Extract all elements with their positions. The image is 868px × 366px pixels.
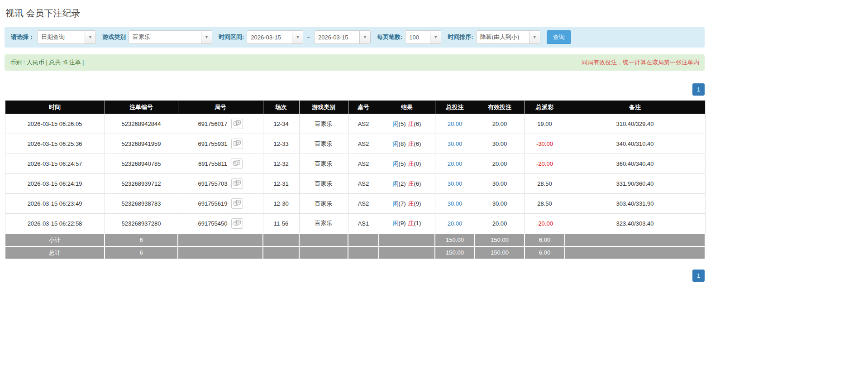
dice-icon bbox=[234, 220, 241, 227]
cell-bet-id: 523268937280 bbox=[105, 214, 178, 234]
cell-game-type: 百家乐 bbox=[299, 194, 348, 214]
total-label: 总计 bbox=[5, 246, 105, 259]
round-replay-button[interactable] bbox=[231, 178, 243, 189]
query-type-select[interactable]: 日期查询 ▼ bbox=[37, 30, 96, 44]
result-player-score: (9) bbox=[399, 220, 406, 226]
subtotal-row: 小计 6 150.00 150.00 6.00 bbox=[5, 234, 705, 246]
page-container: 视讯 会员下注纪录 请选择： 日期查询 ▼ 游戏类别 百家乐 ▼ 时间区间: 2… bbox=[5, 0, 705, 282]
total-bet-link[interactable]: 30.00 bbox=[448, 180, 463, 187]
cell-result: 闲(5)庄(0) bbox=[379, 154, 435, 174]
cell-round-id: 691755450 bbox=[178, 214, 263, 234]
result-banker-label: 庄 bbox=[408, 200, 414, 207]
pagination-bottom: 1 bbox=[5, 270, 705, 282]
total-bet-link[interactable]: 20.00 bbox=[448, 160, 463, 167]
footer-empty-cell bbox=[348, 246, 379, 259]
result-player-label: 闲 bbox=[393, 200, 399, 207]
cell-session: 12-34 bbox=[263, 114, 299, 134]
cell-table-no: AS2 bbox=[348, 174, 379, 194]
result-player-label: 闲 bbox=[393, 120, 399, 127]
cell-valid-bet: 30.00 bbox=[475, 174, 525, 194]
total-payout: 6.00 bbox=[525, 246, 565, 259]
round-replay-button[interactable] bbox=[231, 119, 243, 129]
header-total-bet: 总投注 bbox=[435, 101, 475, 114]
game-type-label: 游戏类别 bbox=[102, 33, 126, 41]
cell-valid-bet: 20.00 bbox=[475, 214, 525, 234]
result-player-label: 闲 bbox=[393, 220, 399, 226]
result-banker-label: 庄 bbox=[408, 120, 414, 127]
header-note: 备注 bbox=[565, 101, 705, 114]
page-1-button[interactable]: 1 bbox=[692, 270, 705, 282]
header-table-no: 桌号 bbox=[348, 101, 379, 114]
footer-empty-cell bbox=[299, 246, 348, 259]
date-range-label: 时间区间: bbox=[219, 33, 244, 41]
page-size-select[interactable]: 100 ▼ bbox=[405, 30, 441, 44]
currency-total-text: 币别 : 人民币 | 总共 :6 注单 | bbox=[10, 58, 84, 67]
cell-table-no: AS2 bbox=[348, 154, 379, 174]
note-text: 同局有效投注，统一计算在该局第一张注单内 bbox=[582, 58, 699, 67]
total-bet-link[interactable]: 20.00 bbox=[448, 220, 463, 227]
total-bet-link[interactable]: 30.00 bbox=[448, 200, 463, 207]
date-separator: ~ bbox=[307, 34, 310, 41]
cell-round-id: 691755619 bbox=[178, 194, 263, 214]
footer-empty-cell bbox=[178, 234, 263, 246]
header-valid-bet: 有效投注 bbox=[475, 101, 525, 114]
cell-payout: -30.00 bbox=[525, 134, 565, 154]
total-bet-link[interactable]: 20.00 bbox=[448, 120, 463, 127]
result-player-score: (5) bbox=[399, 120, 406, 127]
search-button[interactable]: 查询 bbox=[547, 30, 571, 44]
cell-payout: 19.00 bbox=[525, 114, 565, 134]
round-replay-button[interactable] bbox=[231, 139, 243, 149]
round-replay-button[interactable] bbox=[231, 198, 243, 209]
table-row: 2026-03-15 06:22:58 523268937280 6917554… bbox=[5, 214, 705, 234]
cell-session: 12-33 bbox=[263, 134, 299, 154]
cell-total-bet: 30.00 bbox=[435, 194, 475, 214]
table-row: 2026-03-15 06:24:19 523268939712 6917557… bbox=[5, 174, 705, 194]
page-1-button[interactable]: 1 bbox=[692, 83, 705, 96]
round-id-value: 691755450 bbox=[198, 220, 227, 227]
subtotal-total-bet: 150.00 bbox=[435, 234, 475, 246]
cell-session: 12-30 bbox=[263, 194, 299, 214]
sort-select[interactable]: 降冪(由大到小) ▼ bbox=[476, 30, 540, 44]
page-size-label: 每页笔数: bbox=[377, 33, 402, 41]
cell-game-type: 百家乐 bbox=[299, 154, 348, 174]
filter-bar: 请选择： 日期查询 ▼ 游戏类别 百家乐 ▼ 时间区间: 2026-03-15 … bbox=[5, 27, 705, 48]
dice-icon bbox=[234, 200, 241, 207]
total-bet-link[interactable]: 30.00 bbox=[448, 140, 463, 147]
result-player-score: (8) bbox=[399, 140, 406, 147]
cell-result: 闲(7)庄(9) bbox=[379, 194, 435, 214]
sort-label: 时间排序: bbox=[448, 33, 473, 41]
game-type-select[interactable]: 百家乐 ▼ bbox=[129, 30, 212, 44]
cell-table-no: AS2 bbox=[348, 134, 379, 154]
result-banker-score: (9) bbox=[414, 200, 421, 207]
subtotal-label: 小计 bbox=[5, 234, 105, 246]
cell-total-bet: 20.00 bbox=[435, 114, 475, 134]
subtotal-count: 6 bbox=[105, 234, 178, 246]
round-id-value: 691755619 bbox=[198, 200, 227, 207]
dice-icon bbox=[234, 140, 241, 148]
footer-empty-cell bbox=[565, 234, 705, 246]
date-to-value: 2026-03-15 bbox=[315, 34, 352, 41]
cell-table-no: AS1 bbox=[348, 214, 379, 234]
round-replay-button[interactable] bbox=[231, 218, 243, 229]
date-from-select[interactable]: 2026-03-15 ▼ bbox=[247, 30, 303, 44]
header-session: 场次 bbox=[263, 101, 299, 114]
cell-valid-bet: 20.00 bbox=[475, 154, 525, 174]
sort-value: 降冪(由大到小) bbox=[477, 33, 523, 41]
total-count: 6 bbox=[105, 246, 178, 259]
pagination-top: 1 bbox=[5, 83, 705, 96]
cell-time: 2026-03-15 06:25:36 bbox=[5, 134, 105, 154]
cell-round-id: 691755811 bbox=[178, 154, 263, 174]
footer-empty-cell bbox=[348, 234, 379, 246]
cell-table-no: AS2 bbox=[348, 114, 379, 134]
round-replay-button[interactable] bbox=[231, 159, 243, 169]
cell-note: 323.40/303.40 bbox=[565, 214, 705, 234]
footer-empty-cell bbox=[263, 234, 299, 246]
result-banker-label: 庄 bbox=[408, 220, 414, 226]
date-to-select[interactable]: 2026-03-15 ▼ bbox=[314, 30, 371, 44]
dice-icon bbox=[233, 160, 240, 168]
cell-total-bet: 30.00 bbox=[435, 174, 475, 194]
header-payout: 总派彩 bbox=[525, 101, 565, 114]
table-row: 2026-03-15 06:26:05 523268942844 6917560… bbox=[5, 114, 705, 134]
total-row: 总计 6 150.00 150.00 6.00 bbox=[5, 246, 705, 259]
footer-empty-cell bbox=[379, 246, 435, 259]
